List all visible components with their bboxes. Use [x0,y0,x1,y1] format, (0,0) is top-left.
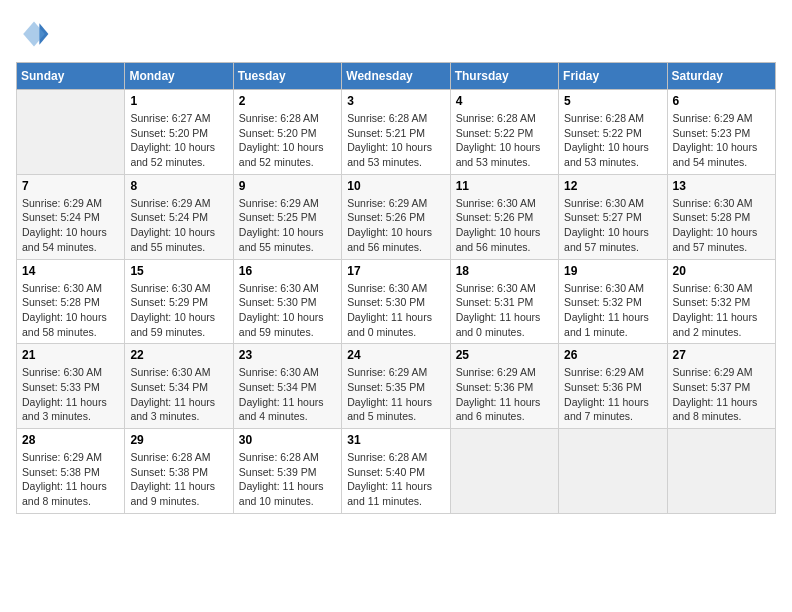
day-info: Sunrise: 6:29 AMSunset: 5:24 PMDaylight:… [130,196,227,255]
calendar-cell: 2Sunrise: 6:28 AMSunset: 5:20 PMDaylight… [233,90,341,175]
calendar-cell: 16Sunrise: 6:30 AMSunset: 5:30 PMDayligh… [233,259,341,344]
day-number: 20 [673,264,770,278]
day-info: Sunrise: 6:30 AMSunset: 5:32 PMDaylight:… [564,281,661,340]
calendar-cell: 1Sunrise: 6:27 AMSunset: 5:20 PMDaylight… [125,90,233,175]
day-number: 12 [564,179,661,193]
calendar-cell [450,429,558,514]
calendar-cell: 10Sunrise: 6:29 AMSunset: 5:26 PMDayligh… [342,174,450,259]
day-info: Sunrise: 6:30 AMSunset: 5:32 PMDaylight:… [673,281,770,340]
day-info: Sunrise: 6:28 AMSunset: 5:20 PMDaylight:… [239,111,336,170]
calendar-cell: 30Sunrise: 6:28 AMSunset: 5:39 PMDayligh… [233,429,341,514]
calendar-cell: 4Sunrise: 6:28 AMSunset: 5:22 PMDaylight… [450,90,558,175]
day-number: 18 [456,264,553,278]
calendar-cell: 12Sunrise: 6:30 AMSunset: 5:27 PMDayligh… [559,174,667,259]
calendar-cell: 14Sunrise: 6:30 AMSunset: 5:28 PMDayligh… [17,259,125,344]
day-info: Sunrise: 6:30 AMSunset: 5:34 PMDaylight:… [130,365,227,424]
day-number: 6 [673,94,770,108]
logo-icon [16,16,52,52]
day-number: 8 [130,179,227,193]
calendar-table: SundayMondayTuesdayWednesdayThursdayFrid… [16,62,776,514]
logo [16,16,56,52]
day-info: Sunrise: 6:29 AMSunset: 5:38 PMDaylight:… [22,450,119,509]
day-number: 22 [130,348,227,362]
day-number: 9 [239,179,336,193]
calendar-cell: 31Sunrise: 6:28 AMSunset: 5:40 PMDayligh… [342,429,450,514]
day-info: Sunrise: 6:30 AMSunset: 5:28 PMDaylight:… [673,196,770,255]
calendar-cell: 29Sunrise: 6:28 AMSunset: 5:38 PMDayligh… [125,429,233,514]
day-number: 1 [130,94,227,108]
calendar-cell: 9Sunrise: 6:29 AMSunset: 5:25 PMDaylight… [233,174,341,259]
day-number: 15 [130,264,227,278]
day-number: 23 [239,348,336,362]
svg-marker-1 [23,21,45,46]
calendar-week-row: 28Sunrise: 6:29 AMSunset: 5:38 PMDayligh… [17,429,776,514]
day-info: Sunrise: 6:28 AMSunset: 5:22 PMDaylight:… [456,111,553,170]
weekday-header: Thursday [450,63,558,90]
day-number: 26 [564,348,661,362]
calendar-cell: 24Sunrise: 6:29 AMSunset: 5:35 PMDayligh… [342,344,450,429]
day-number: 17 [347,264,444,278]
day-info: Sunrise: 6:28 AMSunset: 5:40 PMDaylight:… [347,450,444,509]
day-number: 24 [347,348,444,362]
calendar-week-row: 21Sunrise: 6:30 AMSunset: 5:33 PMDayligh… [17,344,776,429]
day-number: 10 [347,179,444,193]
calendar-cell: 22Sunrise: 6:30 AMSunset: 5:34 PMDayligh… [125,344,233,429]
day-info: Sunrise: 6:29 AMSunset: 5:26 PMDaylight:… [347,196,444,255]
day-info: Sunrise: 6:29 AMSunset: 5:36 PMDaylight:… [456,365,553,424]
calendar-cell [667,429,775,514]
day-info: Sunrise: 6:30 AMSunset: 5:29 PMDaylight:… [130,281,227,340]
weekday-header: Monday [125,63,233,90]
day-info: Sunrise: 6:29 AMSunset: 5:36 PMDaylight:… [564,365,661,424]
day-info: Sunrise: 6:29 AMSunset: 5:37 PMDaylight:… [673,365,770,424]
day-number: 14 [22,264,119,278]
calendar-cell: 23Sunrise: 6:30 AMSunset: 5:34 PMDayligh… [233,344,341,429]
day-info: Sunrise: 6:30 AMSunset: 5:26 PMDaylight:… [456,196,553,255]
calendar-cell: 13Sunrise: 6:30 AMSunset: 5:28 PMDayligh… [667,174,775,259]
day-info: Sunrise: 6:28 AMSunset: 5:21 PMDaylight:… [347,111,444,170]
weekday-header: Sunday [17,63,125,90]
day-number: 13 [673,179,770,193]
calendar-week-row: 14Sunrise: 6:30 AMSunset: 5:28 PMDayligh… [17,259,776,344]
day-info: Sunrise: 6:30 AMSunset: 5:34 PMDaylight:… [239,365,336,424]
day-info: Sunrise: 6:30 AMSunset: 5:27 PMDaylight:… [564,196,661,255]
day-number: 7 [22,179,119,193]
calendar-cell: 26Sunrise: 6:29 AMSunset: 5:36 PMDayligh… [559,344,667,429]
calendar-cell [559,429,667,514]
header-row: SundayMondayTuesdayWednesdayThursdayFrid… [17,63,776,90]
calendar-cell: 5Sunrise: 6:28 AMSunset: 5:22 PMDaylight… [559,90,667,175]
calendar-cell: 7Sunrise: 6:29 AMSunset: 5:24 PMDaylight… [17,174,125,259]
day-number: 28 [22,433,119,447]
day-number: 19 [564,264,661,278]
day-info: Sunrise: 6:27 AMSunset: 5:20 PMDaylight:… [130,111,227,170]
day-number: 5 [564,94,661,108]
day-number: 4 [456,94,553,108]
calendar-cell: 15Sunrise: 6:30 AMSunset: 5:29 PMDayligh… [125,259,233,344]
day-info: Sunrise: 6:28 AMSunset: 5:38 PMDaylight:… [130,450,227,509]
day-number: 30 [239,433,336,447]
calendar-cell: 6Sunrise: 6:29 AMSunset: 5:23 PMDaylight… [667,90,775,175]
calendar-cell: 20Sunrise: 6:30 AMSunset: 5:32 PMDayligh… [667,259,775,344]
calendar-cell: 11Sunrise: 6:30 AMSunset: 5:26 PMDayligh… [450,174,558,259]
calendar-week-row: 1Sunrise: 6:27 AMSunset: 5:20 PMDaylight… [17,90,776,175]
day-number: 16 [239,264,336,278]
day-number: 25 [456,348,553,362]
calendar-cell: 19Sunrise: 6:30 AMSunset: 5:32 PMDayligh… [559,259,667,344]
calendar-cell: 8Sunrise: 6:29 AMSunset: 5:24 PMDaylight… [125,174,233,259]
weekday-header: Tuesday [233,63,341,90]
day-number: 11 [456,179,553,193]
day-info: Sunrise: 6:30 AMSunset: 5:30 PMDaylight:… [239,281,336,340]
day-number: 21 [22,348,119,362]
day-info: Sunrise: 6:30 AMSunset: 5:31 PMDaylight:… [456,281,553,340]
day-number: 31 [347,433,444,447]
calendar-cell: 25Sunrise: 6:29 AMSunset: 5:36 PMDayligh… [450,344,558,429]
day-info: Sunrise: 6:29 AMSunset: 5:25 PMDaylight:… [239,196,336,255]
day-number: 29 [130,433,227,447]
day-number: 3 [347,94,444,108]
weekday-header: Wednesday [342,63,450,90]
day-info: Sunrise: 6:30 AMSunset: 5:33 PMDaylight:… [22,365,119,424]
day-info: Sunrise: 6:30 AMSunset: 5:28 PMDaylight:… [22,281,119,340]
day-info: Sunrise: 6:30 AMSunset: 5:30 PMDaylight:… [347,281,444,340]
day-info: Sunrise: 6:29 AMSunset: 5:23 PMDaylight:… [673,111,770,170]
calendar-cell: 3Sunrise: 6:28 AMSunset: 5:21 PMDaylight… [342,90,450,175]
weekday-header: Friday [559,63,667,90]
